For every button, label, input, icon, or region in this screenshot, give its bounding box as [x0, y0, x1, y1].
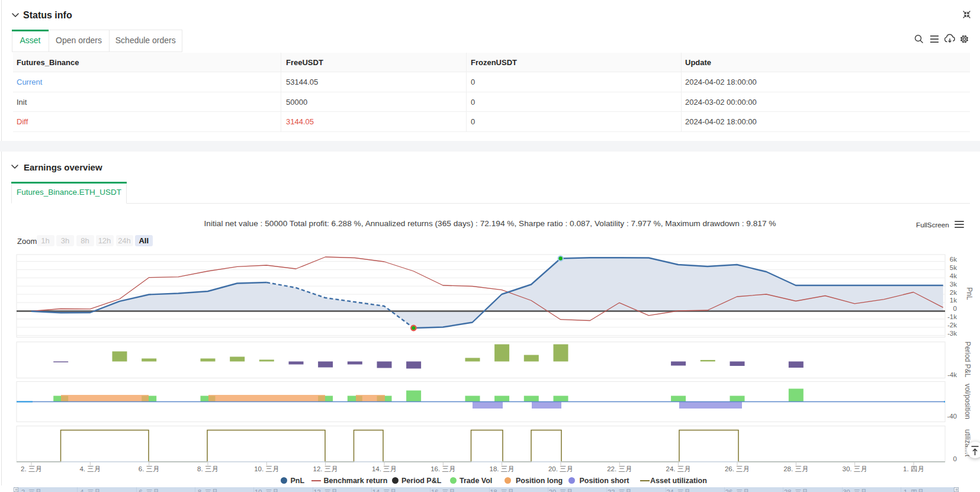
- svg-text:2k: 2k: [950, 289, 957, 296]
- svg-text:30. 三月: 30. 三月: [843, 465, 867, 472]
- svg-text:vol/position: vol/position: [963, 384, 972, 419]
- svg-text:Period P&L: Period P&L: [963, 342, 972, 378]
- svg-text:3k: 3k: [950, 281, 957, 288]
- svg-text:8. 三月: 8. 三月: [197, 465, 219, 472]
- svg-text:24. 三月: 24. 三月: [666, 465, 691, 472]
- svg-text:PnL: PnL: [965, 287, 973, 300]
- svg-text:5k: 5k: [950, 264, 957, 271]
- svg-text:12. 三月: 12. 三月: [313, 465, 338, 472]
- svg-text:16. 三月: 16. 三月: [430, 465, 455, 472]
- svg-text:28. 三月: 28. 三月: [783, 465, 808, 472]
- svg-text:18. 三月: 18. 三月: [490, 465, 515, 472]
- svg-text:-1k: -1k: [947, 313, 957, 320]
- svg-text:-2k: -2k: [947, 321, 957, 329]
- svg-text:6k: 6k: [950, 256, 957, 263]
- svg-text:6. 三月: 6. 三月: [139, 465, 160, 472]
- svg-text:20. 三月: 20. 三月: [548, 465, 573, 472]
- svg-text:0: 0: [953, 305, 957, 312]
- svg-text:-40: -40: [947, 413, 957, 420]
- svg-text:1. 四月: 1. 四月: [903, 465, 924, 472]
- svg-text:0: 0: [953, 455, 957, 462]
- svg-text:4. 三月: 4. 三月: [79, 465, 101, 472]
- svg-text:-4k: -4k: [947, 371, 957, 378]
- svg-text:2. 三月: 2. 三月: [21, 465, 42, 472]
- svg-text:22. 三月: 22. 三月: [607, 465, 632, 472]
- svg-text:-3k: -3k: [947, 330, 957, 337]
- svg-text:14. 三月: 14. 三月: [372, 465, 397, 472]
- svg-text:4k: 4k: [950, 272, 957, 279]
- svg-text:26. 三月: 26. 三月: [725, 465, 750, 472]
- svg-text:1k: 1k: [950, 297, 957, 304]
- svg-text:10. 三月: 10. 三月: [254, 465, 279, 472]
